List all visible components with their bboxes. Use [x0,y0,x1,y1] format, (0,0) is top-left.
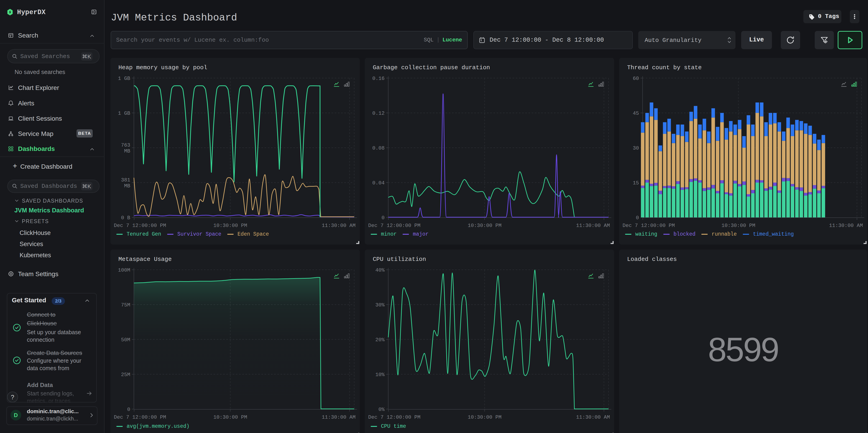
svg-text:0.08: 0.08 [372,145,384,151]
svg-text:10:30:00 PM: 10:30:00 PM [468,414,502,420]
svg-text:10:30:00 PM: 10:30:00 PM [213,223,247,228]
svg-text:11:30:00 AM: 11:30:00 AM [576,223,610,228]
svg-text:10:30:00 PM: 10:30:00 PM [721,223,755,228]
svg-text:10:30:00 PM: 10:30:00 PM [468,223,502,228]
svg-text:100M: 100M [118,267,130,273]
svg-text:0: 0 [636,215,639,221]
svg-text:381: 381 [121,177,130,183]
svg-text:Dec 7 12:00:00 PM: Dec 7 12:00:00 PM [114,223,166,228]
svg-text:0.16: 0.16 [372,75,384,82]
svg-text:11:30:00 AM: 11:30:00 AM [576,414,610,420]
svg-text:MB: MB [124,183,130,189]
svg-text:11:30:00 AM: 11:30:00 AM [322,223,356,228]
svg-text:15: 15 [633,180,639,186]
svg-text:0.12: 0.12 [372,111,384,116]
svg-text:0 B: 0 B [121,215,130,221]
svg-text:763: 763 [121,142,130,148]
svg-text:50M: 50M [121,337,130,343]
svg-text:Dec 7 12:00:00 PM: Dec 7 12:00:00 PM [623,223,675,228]
svg-text:Dec 7 12:00:00 PM: Dec 7 12:00:00 PM [114,414,166,420]
svg-text:11:30:00 AM: 11:30:00 AM [829,223,863,228]
svg-text:1 GB: 1 GB [118,111,130,116]
svg-text:25M: 25M [121,372,130,378]
svg-text:20%: 20% [375,337,384,343]
svg-text:10:30:00 PM: 10:30:00 PM [213,414,247,420]
svg-text:40%: 40% [375,267,384,273]
svg-text:30%: 30% [375,302,384,308]
svg-text:30: 30 [633,145,639,151]
svg-text:0.04: 0.04 [372,180,384,186]
svg-text:Dec 7 12:00:00 PM: Dec 7 12:00:00 PM [368,414,421,420]
svg-text:0: 0 [381,215,384,221]
svg-text:45: 45 [633,111,639,116]
svg-text:60: 60 [633,75,639,82]
svg-text:11:30:00 AM: 11:30:00 AM [322,414,356,420]
svg-text:75M: 75M [121,302,130,308]
svg-text:0%: 0% [378,407,385,412]
svg-text:MB: MB [124,148,130,154]
svg-text:0: 0 [127,407,130,412]
svg-text:Dec 7 12:00:00 PM: Dec 7 12:00:00 PM [368,223,421,228]
svg-text:1 GB: 1 GB [118,75,130,82]
svg-text:10%: 10% [375,372,384,378]
